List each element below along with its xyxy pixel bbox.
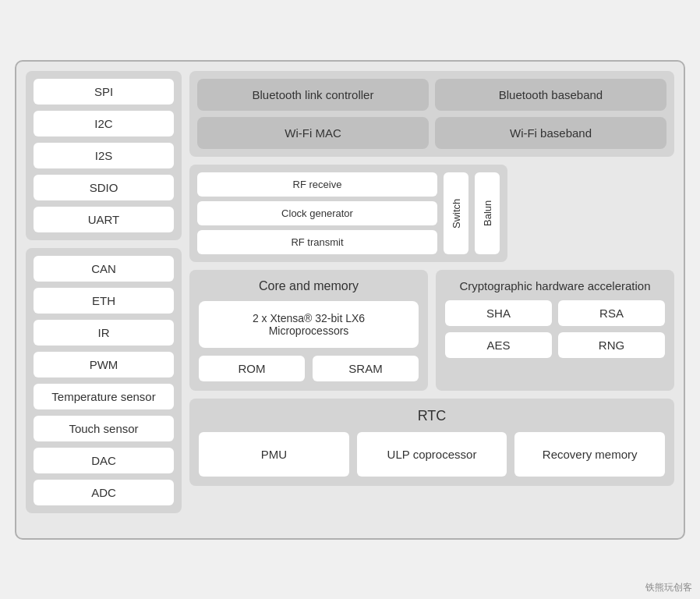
sdio-box: SDIO [34,175,174,200]
core-memory-group: Core and memory 2 x Xtensa® 32-bit LX6 M… [189,270,428,391]
processor-box: 2 x Xtensa® 32-bit LX6 Microprocessors [199,301,419,348]
switch-box: Switch [444,172,468,254]
left-column: SPI I2C I2S SDIO UART CAN ETH IR PWM Tem… [26,71,182,513]
rtc-grid: PMU ULP coprocessor Recovery memory [199,432,665,477]
clock-generator-box: Clock generator [197,201,437,225]
i2s-box: I2S [34,143,174,168]
core-bottom-row: ROM SRAM [199,356,419,381]
crypto-group: Cryptographic hardware acceleration SHA … [436,270,674,391]
rtc-title: RTC [199,408,665,424]
rng-box: RNG [558,332,665,358]
interface-group-top: SPI I2C I2S SDIO UART [26,71,182,240]
balun-box: Balun [475,172,500,254]
rf-stack: RF receive Clock generator RF transmit [197,172,437,254]
crypto-title: Cryptographic hardware acceleration [459,279,650,292]
right-column: Bluetooth link controller Bluetooth base… [189,71,674,513]
bluetooth-link-controller-box: Bluetooth link controller [197,79,429,111]
ulp-box: ULP coprocessor [357,432,507,477]
i2c-box: I2C [34,111,174,136]
touch-sensor-box: Touch sensor [34,416,174,441]
main-diagram: SPI I2C I2S SDIO UART CAN ETH IR PWM Tem… [15,60,685,540]
wifi-mac-box: Wi-Fi MAC [197,117,429,149]
pwm-box: PWM [34,352,174,377]
sha-box: SHA [445,300,552,326]
core-title: Core and memory [259,279,359,293]
bluetooth-baseband-box: Bluetooth baseband [435,79,666,111]
aes-box: AES [445,332,552,358]
can-box: CAN [34,256,174,282]
ir-box: IR [34,320,174,346]
rf-transmit-box: RF transmit [197,230,437,254]
wireless-modules: Bluetooth link controller Bluetooth base… [197,79,666,149]
rsa-box: RSA [558,300,665,326]
eth-box: ETH [34,288,174,314]
uart-box: UART [34,207,174,232]
dac-box: DAC [34,448,174,473]
rom-box: ROM [199,356,305,381]
temperature-sensor-box: Temperature sensor [34,384,174,409]
rf-group: RF receive Clock generator RF transmit S… [189,165,507,262]
wifi-baseband-box: Wi-Fi baseband [435,117,666,149]
rf-receive-box: RF receive [197,172,437,197]
adc-box: ADC [34,480,174,505]
crypto-grid: SHA RSA AES RNG [445,300,665,358]
watermark: 铁熊玩创客 [645,581,692,594]
interface-group-bottom: CAN ETH IR PWM Temperature sensor Touch … [26,248,182,513]
spi-box: SPI [34,79,174,105]
sram-box: SRAM [313,356,419,381]
middle-section: Core and memory 2 x Xtensa® 32-bit LX6 M… [189,270,674,391]
wireless-group: Bluetooth link controller Bluetooth base… [189,71,674,157]
pmu-box: PMU [199,432,349,477]
rtc-group: RTC PMU ULP coprocessor Recovery memory [189,399,674,486]
recovery-memory-box: Recovery memory [514,432,665,477]
